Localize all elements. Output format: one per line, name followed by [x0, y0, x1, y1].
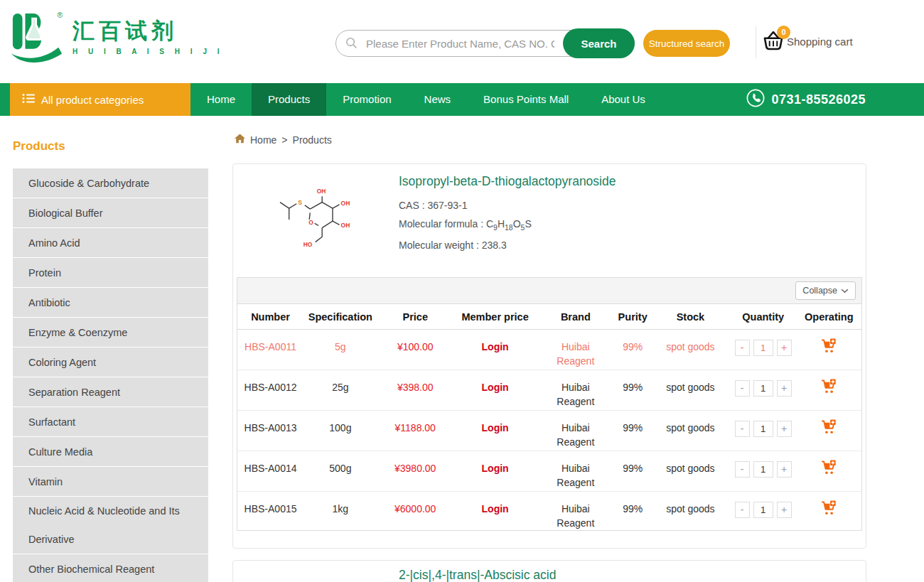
login-link[interactable]: Login [482, 382, 509, 393]
sidebar-item-antibiotic[interactable]: Antibiotic [13, 288, 208, 317]
nav-item-home[interactable]: Home [190, 83, 252, 116]
product-title[interactable]: Isopropyl-beta-D-thiogalactopyranoside [399, 174, 616, 189]
quantity-input[interactable] [753, 421, 773, 437]
chevron-down-icon [841, 286, 849, 296]
table-row: HBS-A0014500g¥3980.00LoginHuibai Reagent… [237, 451, 861, 492]
nav-item-about-us[interactable]: About Us [585, 83, 662, 116]
product-number: HBS-A0012 [245, 382, 297, 393]
sidebar-item-other-biochemical-reagent[interactable]: Other Biochemical Reagent [13, 554, 208, 582]
specification: 1kg [333, 503, 349, 514]
price: ¥398.00 [397, 382, 434, 393]
quantity-decrease-button[interactable]: - [735, 461, 750, 478]
quantity-decrease-button[interactable]: - [735, 340, 750, 356]
site-logo[interactable]: ® 汇百试剂 H U I B A I S H I J I [10, 9, 224, 71]
column-header-purity: Purity [614, 311, 651, 323]
logo-hb-mark-icon: ® [10, 9, 65, 71]
price: ¥3980.00 [394, 463, 436, 474]
breadcrumb-home[interactable]: Home [250, 134, 276, 146]
login-link[interactable]: Login [482, 341, 509, 352]
quantity-increase-button[interactable]: + [777, 380, 792, 397]
nav-items: HomeProductsPromotionNewsBonus Points Ma… [190, 83, 662, 116]
quantity-input[interactable] [753, 380, 773, 397]
structured-search-button[interactable]: Structured search [643, 30, 730, 57]
sidebar-item-protein[interactable]: Protein [13, 258, 208, 287]
quantity-decrease-button[interactable]: - [735, 421, 750, 437]
product-info: CAS : 367-93-1 Molecular formula : C9H18… [399, 197, 532, 254]
logo-brand-en: H U I B A I S H I J I [72, 48, 224, 55]
login-link[interactable]: Login [482, 503, 509, 514]
login-link[interactable]: Login [482, 422, 509, 433]
nav-item-products[interactable]: Products [252, 83, 326, 116]
sidebar-item-biological-buffer[interactable]: Biological Buffer [13, 198, 208, 227]
quantity-input[interactable] [753, 502, 773, 518]
atom-ho: HO [303, 241, 313, 248]
molecule-structure-image: S O OH OH OH HO [267, 178, 372, 265]
column-header-member-price: Member price [453, 311, 537, 323]
quantity-increase-button[interactable]: + [777, 461, 792, 478]
cart-count-badge: 0 [777, 26, 790, 39]
quantity-decrease-button[interactable]: - [735, 380, 750, 397]
nav-item-news[interactable]: News [408, 83, 468, 116]
purity: 99% [623, 503, 643, 514]
collapse-button[interactable]: Collapse [795, 281, 856, 300]
sidebar-item-amino-acid[interactable]: Amino Acid [13, 228, 208, 257]
atom-oh-right1: OH [341, 200, 350, 207]
sidebar-item-surfactant[interactable]: Surfactant [13, 407, 208, 436]
top-header: ® 汇百试剂 H U I B A I S H I J I Search Stru… [0, 0, 924, 83]
add-to-cart-icon[interactable] [821, 419, 837, 438]
quantity-increase-button[interactable]: + [777, 421, 792, 437]
table-row: HBS-A0013100g¥1188.00LoginHuibai Reagent… [237, 411, 861, 451]
quantity-decrease-button[interactable]: - [735, 502, 750, 518]
column-header-operating: Operating [797, 311, 861, 323]
column-header-stock: Stock [651, 311, 730, 323]
add-to-cart-icon[interactable] [821, 460, 837, 478]
product-card: S O OH OH OH HO Isopropyl-beta-D-thiogal… [232, 163, 866, 549]
add-to-cart-icon[interactable] [821, 379, 837, 397]
quantity-increase-button[interactable]: + [777, 502, 792, 518]
quantity-stepper: -+ [735, 502, 792, 518]
purity: 99% [623, 382, 643, 393]
quantity-input[interactable] [753, 340, 773, 356]
price: ¥6000.00 [394, 503, 436, 514]
product-title-2[interactable]: 2-|cis|,4-|trans|-Abscisic acid [399, 568, 556, 582]
atom-oh-top: OH [317, 188, 326, 195]
add-to-cart-icon[interactable] [821, 338, 837, 357]
sidebar-item-enzyme-coenzyme[interactable]: Enzyme & Coenzyme [13, 318, 208, 347]
breadcrumb-current[interactable]: Products [293, 134, 332, 146]
quantity-input[interactable] [753, 461, 773, 478]
quantity-stepper: -+ [735, 380, 792, 397]
formula-label: Molecular formula : [399, 218, 486, 230]
atom-s: S [298, 199, 302, 206]
quantity-stepper: -+ [735, 421, 792, 437]
all-categories-button[interactable]: All product categories [10, 83, 190, 116]
list-menu-icon [22, 93, 35, 106]
sidebar-item-coloring-agent[interactable]: Coloring Agent [13, 347, 208, 377]
nav-item-bonus-points-mall[interactable]: Bonus Points Mall [467, 83, 585, 116]
quantity-increase-button[interactable]: + [777, 340, 792, 356]
search-button[interactable]: Search [563, 28, 635, 58]
stock-status: spot goods [666, 463, 715, 474]
nav-item-promotion[interactable]: Promotion [326, 83, 407, 116]
brand: Huibai Reagent [553, 502, 598, 530]
table-toolbar: Collapse [237, 278, 861, 304]
sidebar-item-nucleic-acid-nucleotide-and-its-derivative[interactable]: Nucleic Acid & Nucleotide and Its Deriva… [13, 497, 208, 554]
price: ¥1188.00 [395, 422, 436, 433]
sidebar-item-glucoside-carbohydrate[interactable]: Glucoside & Carbohydrate [13, 168, 208, 198]
column-header-quantity: Quantity [730, 311, 797, 323]
breadcrumb: Home > Products [235, 134, 332, 146]
formula-value: C9H18O5S [486, 218, 532, 230]
quantity-stepper: -+ [735, 340, 792, 356]
sidebar-title: Products [13, 139, 208, 153]
sidebar-item-separation-reagent[interactable]: Separation Reagent [13, 377, 208, 406]
add-to-cart-icon[interactable] [821, 500, 837, 519]
login-link[interactable]: Login [482, 463, 509, 474]
product-number: HBS-A0014 [245, 463, 297, 474]
shopping-cart-link[interactable]: 0 Shopping cart [762, 30, 853, 53]
product-card-2: 2-|cis|,4-|trans|-Abscisic acid [232, 560, 866, 582]
main-navigation: All product categories HomeProductsPromo… [0, 83, 924, 116]
specification: 500g [329, 463, 351, 474]
basket-icon [762, 43, 785, 55]
stock-status: spot goods [666, 503, 715, 514]
sidebar-item-culture-media[interactable]: Culture Media [13, 437, 208, 466]
sidebar-item-vitamin[interactable]: Vitamin [13, 467, 208, 496]
